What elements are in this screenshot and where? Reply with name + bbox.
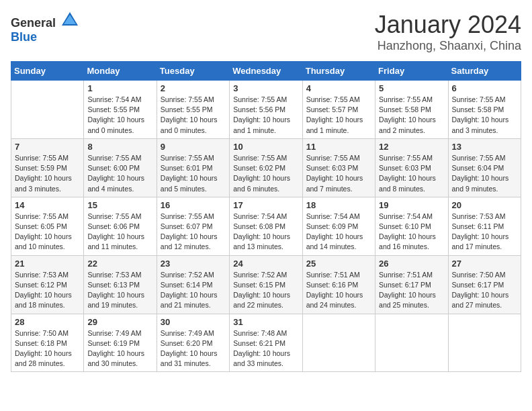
day-info: Sunrise: 7:54 AM Sunset: 6:10 PM Dayligh…: [379, 212, 444, 253]
day-info: Sunrise: 7:55 AM Sunset: 5:59 PM Dayligh…: [15, 153, 80, 194]
calendar-header-cell: Tuesday: [157, 62, 229, 81]
day-number: 25: [306, 259, 371, 269]
calendar-cell: [302, 314, 375, 372]
calendar-cell: 11Sunrise: 7:55 AM Sunset: 6:03 PM Dayli…: [302, 138, 375, 197]
calendar-cell: 30Sunrise: 7:49 AM Sunset: 6:20 PM Dayli…: [157, 314, 229, 372]
day-number: 3: [233, 83, 298, 93]
day-info: Sunrise: 7:54 AM Sunset: 5:55 PM Dayligh…: [87, 95, 152, 136]
day-info: Sunrise: 7:52 AM Sunset: 6:14 PM Dayligh…: [161, 270, 226, 311]
day-number: 31: [233, 317, 298, 327]
calendar-header-cell: Wednesday: [230, 62, 302, 81]
calendar-table: SundayMondayTuesdayWednesdayThursdayFrid…: [11, 61, 521, 372]
day-number: 11: [306, 142, 371, 152]
day-number: 4: [306, 83, 371, 93]
day-number: 8: [87, 142, 152, 152]
calendar-cell: 5Sunrise: 7:55 AM Sunset: 5:58 PM Daylig…: [375, 81, 448, 139]
calendar-cell: 14Sunrise: 7:55 AM Sunset: 6:05 PM Dayli…: [11, 197, 84, 255]
calendar-week-row: 28Sunrise: 7:50 AM Sunset: 6:18 PM Dayli…: [11, 314, 521, 372]
day-info: Sunrise: 7:55 AM Sunset: 6:02 PM Dayligh…: [233, 153, 298, 194]
day-number: 16: [161, 200, 226, 210]
calendar-header-cell: Thursday: [302, 62, 375, 81]
day-info: Sunrise: 7:55 AM Sunset: 6:03 PM Dayligh…: [306, 153, 371, 194]
calendar-cell: 31Sunrise: 7:48 AM Sunset: 6:21 PM Dayli…: [230, 314, 302, 372]
calendar-cell: 28Sunrise: 7:50 AM Sunset: 6:18 PM Dayli…: [11, 314, 84, 372]
calendar-cell: 13Sunrise: 7:55 AM Sunset: 6:04 PM Dayli…: [448, 138, 521, 197]
day-number: 14: [15, 200, 80, 210]
day-number: 9: [161, 142, 226, 152]
calendar-cell: 21Sunrise: 7:53 AM Sunset: 6:12 PM Dayli…: [11, 255, 84, 314]
day-number: 23: [161, 259, 226, 269]
calendar-cell: 6Sunrise: 7:55 AM Sunset: 5:58 PM Daylig…: [448, 81, 521, 139]
day-number: 20: [452, 200, 517, 210]
calendar-week-row: 7Sunrise: 7:55 AM Sunset: 5:59 PM Daylig…: [11, 138, 521, 197]
day-number: 19: [379, 200, 444, 210]
day-info: Sunrise: 7:55 AM Sunset: 5:56 PM Dayligh…: [233, 95, 298, 136]
day-number: 18: [306, 200, 371, 210]
day-number: 2: [161, 83, 226, 93]
day-info: Sunrise: 7:55 AM Sunset: 6:05 PM Dayligh…: [15, 212, 80, 253]
day-info: Sunrise: 7:48 AM Sunset: 6:21 PM Dayligh…: [233, 328, 298, 369]
day-number: 30: [161, 317, 226, 327]
day-info: Sunrise: 7:55 AM Sunset: 6:06 PM Dayligh…: [87, 212, 152, 253]
day-number: 21: [15, 259, 80, 269]
calendar-cell: 12Sunrise: 7:55 AM Sunset: 6:03 PM Dayli…: [375, 138, 448, 197]
logo-general: General: [11, 16, 56, 30]
day-number: 24: [233, 259, 298, 269]
location-title: Hanzhong, Shaanxi, China: [375, 39, 521, 53]
calendar-cell: 24Sunrise: 7:52 AM Sunset: 6:15 PM Dayli…: [230, 255, 302, 314]
day-info: Sunrise: 7:53 AM Sunset: 6:12 PM Dayligh…: [15, 270, 80, 311]
logo-text: General Blue: [11, 11, 79, 44]
day-info: Sunrise: 7:55 AM Sunset: 5:58 PM Dayligh…: [452, 95, 517, 136]
calendar-cell: 19Sunrise: 7:54 AM Sunset: 6:10 PM Dayli…: [375, 197, 448, 255]
calendar-cell: 25Sunrise: 7:51 AM Sunset: 6:16 PM Dayli…: [302, 255, 375, 314]
calendar-header-cell: Saturday: [448, 62, 521, 81]
day-info: Sunrise: 7:55 AM Sunset: 6:01 PM Dayligh…: [161, 153, 226, 194]
day-info: Sunrise: 7:50 AM Sunset: 6:18 PM Dayligh…: [15, 328, 80, 369]
day-info: Sunrise: 7:54 AM Sunset: 6:08 PM Dayligh…: [233, 212, 298, 253]
day-number: 26: [379, 259, 444, 269]
calendar-cell: [375, 314, 448, 372]
day-info: Sunrise: 7:49 AM Sunset: 6:19 PM Dayligh…: [87, 328, 152, 369]
calendar-cell: 16Sunrise: 7:55 AM Sunset: 6:07 PM Dayli…: [157, 197, 229, 255]
day-number: 13: [452, 142, 517, 152]
day-info: Sunrise: 7:49 AM Sunset: 6:20 PM Dayligh…: [161, 328, 226, 369]
calendar-cell: 20Sunrise: 7:53 AM Sunset: 6:11 PM Dayli…: [448, 197, 521, 255]
calendar-cell: 10Sunrise: 7:55 AM Sunset: 6:02 PM Dayli…: [230, 138, 302, 197]
logo-blue: Blue: [11, 30, 37, 44]
day-number: 17: [233, 200, 298, 210]
calendar-cell: 22Sunrise: 7:53 AM Sunset: 6:13 PM Dayli…: [84, 255, 157, 314]
month-title: January 2024: [375, 11, 521, 39]
day-number: 7: [15, 142, 80, 152]
calendar-cell: 4Sunrise: 7:55 AM Sunset: 5:57 PM Daylig…: [302, 81, 375, 139]
day-number: 6: [452, 83, 517, 93]
calendar-cell: 8Sunrise: 7:55 AM Sunset: 6:00 PM Daylig…: [84, 138, 157, 197]
logo-icon: [60, 11, 79, 27]
calendar-cell: 9Sunrise: 7:55 AM Sunset: 6:01 PM Daylig…: [157, 138, 229, 197]
day-info: Sunrise: 7:50 AM Sunset: 6:17 PM Dayligh…: [452, 270, 517, 311]
day-info: Sunrise: 7:55 AM Sunset: 5:55 PM Dayligh…: [161, 95, 226, 136]
day-info: Sunrise: 7:55 AM Sunset: 5:57 PM Dayligh…: [306, 95, 371, 136]
day-info: Sunrise: 7:55 AM Sunset: 6:00 PM Dayligh…: [87, 153, 152, 194]
calendar-header-cell: Sunday: [11, 62, 84, 81]
day-number: 15: [87, 200, 152, 210]
day-number: 28: [15, 317, 80, 327]
calendar-cell: 15Sunrise: 7:55 AM Sunset: 6:06 PM Dayli…: [84, 197, 157, 255]
day-info: Sunrise: 7:54 AM Sunset: 6:09 PM Dayligh…: [306, 212, 371, 253]
calendar-week-row: 21Sunrise: 7:53 AM Sunset: 6:12 PM Dayli…: [11, 255, 521, 314]
calendar-cell: 29Sunrise: 7:49 AM Sunset: 6:19 PM Dayli…: [84, 314, 157, 372]
calendar-cell: 26Sunrise: 7:51 AM Sunset: 6:17 PM Dayli…: [375, 255, 448, 314]
day-number: 1: [87, 83, 152, 93]
calendar-cell: 2Sunrise: 7:55 AM Sunset: 5:55 PM Daylig…: [157, 81, 229, 139]
day-info: Sunrise: 7:55 AM Sunset: 6:07 PM Dayligh…: [161, 212, 226, 253]
title-block: January 2024 Hanzhong, Shaanxi, China: [375, 11, 521, 53]
day-number: 5: [379, 83, 444, 93]
calendar-week-row: 14Sunrise: 7:55 AM Sunset: 6:05 PM Dayli…: [11, 197, 521, 255]
calendar-cell: 1Sunrise: 7:54 AM Sunset: 5:55 PM Daylig…: [84, 81, 157, 139]
day-number: 27: [452, 259, 517, 269]
calendar-header-cell: Monday: [84, 62, 157, 81]
page-header: General Blue January 2024 Hanzhong, Shaa…: [11, 11, 521, 53]
day-info: Sunrise: 7:52 AM Sunset: 6:15 PM Dayligh…: [233, 270, 298, 311]
calendar-cell: [11, 81, 84, 139]
calendar-cell: 23Sunrise: 7:52 AM Sunset: 6:14 PM Dayli…: [157, 255, 229, 314]
day-number: 12: [379, 142, 444, 152]
